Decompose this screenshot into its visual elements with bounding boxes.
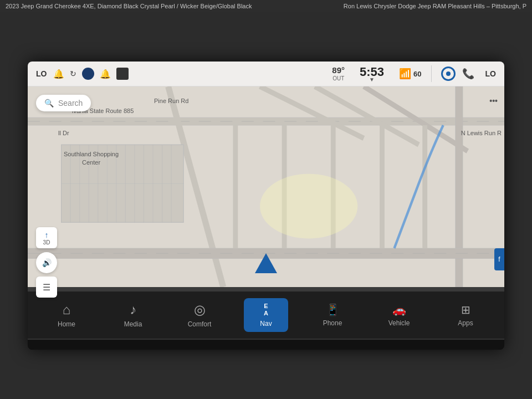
tab-phone[interactable]: 📱 Phone <box>310 299 355 331</box>
temperature-label: OUT <box>332 75 345 81</box>
vehicle-icon: 🚗 <box>392 303 406 316</box>
temperature-display: 89° OUT <box>332 66 345 81</box>
time-arrow: ▼ <box>369 76 375 83</box>
tab-media[interactable]: ♪ Media <box>111 298 155 332</box>
map-label-n-lewis: N Lewis Run R <box>461 130 502 136</box>
main-content: LO 🔔 ↻ 🔔 89° OUT <box>0 12 532 399</box>
status-icons: 🔔 ↻ 🔔 <box>53 68 325 80</box>
map-right-button[interactable]: f <box>494 248 504 270</box>
map-area: lvania State Route 885 Pine Run Rd ll Dr… <box>28 86 504 287</box>
nav-label: Nav <box>260 320 272 328</box>
browser-title: 2023 Jeep Grand Cherokee 4XE, Diamond Bl… <box>6 3 252 9</box>
tab-home[interactable]: ⌂ Home <box>44 298 89 332</box>
nav-ea-indicator: E A <box>264 303 268 317</box>
tab-apps[interactable]: ⊞ Apps <box>443 299 488 331</box>
search-text: Search <box>58 99 83 108</box>
nav-a-text: A <box>264 310 268 317</box>
map-search-bar[interactable]: 🔍 Search <box>36 95 91 111</box>
search-icon: 🔍 <box>44 99 54 108</box>
status-lo-right: LO <box>485 69 496 78</box>
volume-icon: 🔊 <box>42 258 52 267</box>
menu-button[interactable]: ☰ <box>36 277 57 298</box>
bottom-bezel-bar <box>28 339 504 350</box>
map-label-shopping: Southland Shopping Center <box>64 150 119 167</box>
map-options-button[interactable]: ••• <box>489 96 498 105</box>
volume-button[interactable]: 🔊 <box>36 252 57 273</box>
wifi-speed: 60 <box>413 70 421 78</box>
map-separator: ☰ <box>28 287 504 291</box>
map-label-ll-dr: ll Dr <box>58 130 69 136</box>
status-circle-inner <box>446 71 451 76</box>
music-icon <box>82 68 94 80</box>
svg-point-29 <box>260 174 357 239</box>
nav-arrow-triangle <box>255 253 277 273</box>
wifi-display: 📶 60 <box>399 68 421 80</box>
apps-label: Apps <box>458 319 473 327</box>
temperature-value: 89° <box>332 66 345 75</box>
tab-comfort[interactable]: ◎ Comfort <box>177 298 222 332</box>
time-container: 5:53 ▼ <box>354 65 390 83</box>
3d-label: 3D <box>43 239 50 245</box>
tab-nav[interactable]: E A Nav <box>244 298 288 332</box>
media-label: Media <box>124 320 142 328</box>
browser-bar: 2023 Jeep Grand Cherokee 4XE, Diamond Bl… <box>0 0 532 12</box>
status-right-icons: 📞 <box>441 66 474 81</box>
status-circle <box>441 66 456 81</box>
square-icon <box>116 68 129 80</box>
home-label: Home <box>58 320 75 328</box>
home-icon: ⌂ <box>63 302 71 318</box>
status-bar: LO 🔔 ↻ 🔔 89° OUT <box>28 62 504 86</box>
hamburger-icon: ☰ <box>43 282 50 293</box>
phone-label: Phone <box>323 319 342 327</box>
phone-handset-icon: 📞 <box>462 68 474 80</box>
comfort-icon: ◎ <box>194 302 206 318</box>
compass-arrow: ↑ <box>45 231 49 239</box>
phone-tab-icon: 📱 <box>326 303 340 316</box>
comfort-label: Comfort <box>188 320 212 328</box>
infotainment-screen: LO 🔔 ↻ 🔔 89° OUT <box>28 62 504 339</box>
status-divider <box>431 65 432 82</box>
map-right-icon: f <box>498 255 500 263</box>
navigation-arrow <box>255 253 277 273</box>
map-label-pine-run: Pine Run Rd <box>154 98 188 104</box>
map-3d-button[interactable]: ↑ 3D <box>36 227 57 248</box>
vehicle-label: Vehicle <box>388 319 410 327</box>
apps-icon: ⊞ <box>461 303 470 316</box>
refresh-icon: ↻ <box>70 69 76 78</box>
browser-dealer: Ron Lewis Chrysler Dodge Jeep RAM Pleasa… <box>344 3 526 9</box>
nav-tabs: ⌂ Home ♪ Media ◎ Comfort E A Nav <box>28 291 504 339</box>
status-lo-left: LO <box>36 69 47 78</box>
phone-icon: 🔔 <box>53 69 64 79</box>
bell-icon: 🔔 <box>100 69 111 79</box>
nav-e-text: E <box>264 303 268 310</box>
media-icon: ♪ <box>130 302 136 318</box>
tab-vehicle[interactable]: 🚗 Vehicle <box>377 299 421 331</box>
wifi-icon: 📶 <box>399 68 411 80</box>
dashboard-bezel: LO 🔔 ↻ 🔔 89° OUT <box>28 62 504 350</box>
